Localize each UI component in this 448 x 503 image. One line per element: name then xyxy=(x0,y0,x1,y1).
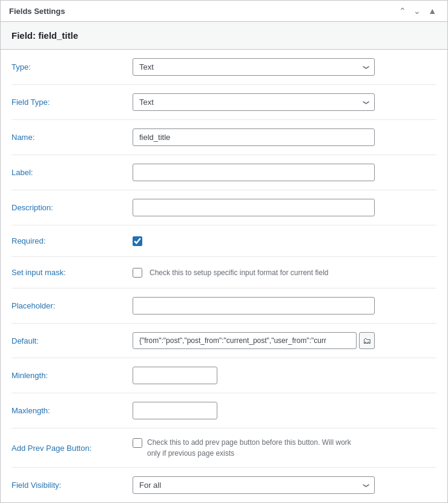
type-row: Type: Text Number Email ❯ xyxy=(12,50,436,85)
fields-settings-panel: Fields Settings ⌃ ⌄ ▲ Field: field_title… xyxy=(0,0,448,503)
form-body: Type: Text Number Email ❯ Field Type: T xyxy=(1,50,447,502)
required-control xyxy=(133,236,436,246)
field-visibility-label: Field Visibility: xyxy=(12,481,133,490)
set-input-mask-helper: Check this to setup specific input forma… xyxy=(150,268,328,277)
panel-header: Fields Settings ⌃ ⌄ ▲ xyxy=(1,1,447,22)
minlength-control xyxy=(133,367,436,384)
required-label: Required: xyxy=(12,236,133,245)
panel-title: Fields Settings xyxy=(9,7,65,16)
add-prev-checkbox-wrap: Check this to add prev page button befor… xyxy=(133,437,353,459)
add-prev-page-button-label: Add Prev Page Button: xyxy=(12,444,133,453)
set-input-mask-checkbox[interactable] xyxy=(133,268,142,278)
description-row: Description: xyxy=(12,190,436,225)
label-row: Label: xyxy=(12,155,436,190)
type-select-wrapper: Text Number Email ❯ xyxy=(133,58,375,76)
field-visibility-select[interactable]: For all Logged in only Not logged in onl… xyxy=(133,476,375,494)
field-title-bar: Field: field_title xyxy=(1,22,447,50)
collapse-down-button[interactable]: ⌄ xyxy=(411,5,423,16)
type-select[interactable]: Text Number Email xyxy=(133,58,375,76)
set-input-mask-control: Check this to setup specific input forma… xyxy=(133,268,436,278)
placeholder-row: Placeholder: xyxy=(12,288,436,324)
required-checkbox[interactable] xyxy=(133,236,142,246)
set-input-mask-label: Set input mask: xyxy=(12,268,133,277)
default-field-wrap: 🗂 xyxy=(133,332,375,349)
default-row: Default: 🗂 xyxy=(12,324,436,358)
field-visibility-select-wrapper: For all Logged in only Not logged in onl… xyxy=(133,476,375,494)
placeholder-input[interactable] xyxy=(133,297,375,315)
type-label: Type: xyxy=(12,62,133,72)
minlength-input[interactable] xyxy=(133,367,217,384)
field-type-select-wrapper: Text Number Email ❯ xyxy=(133,93,375,111)
maxlength-control xyxy=(133,402,436,419)
name-control xyxy=(133,128,436,146)
collapse-up-button[interactable]: ⌃ xyxy=(397,5,409,16)
description-label: Description: xyxy=(12,203,133,212)
add-prev-page-helper: Check this to add prev page button befor… xyxy=(147,437,353,459)
name-row: Name: xyxy=(12,120,436,155)
required-row: Required: xyxy=(12,225,436,257)
add-prev-page-checkbox[interactable] xyxy=(133,438,142,448)
placeholder-label: Placeholder: xyxy=(12,301,133,310)
maxlength-row: Maxlength: xyxy=(12,393,436,428)
field-type-row: Field Type: Text Number Email ❯ xyxy=(12,85,436,120)
add-prev-page-button-control: Check this to add prev page button befor… xyxy=(133,437,436,459)
field-visibility-control: For all Logged in only Not logged in onl… xyxy=(133,476,436,494)
default-input[interactable] xyxy=(133,332,357,349)
label-input[interactable] xyxy=(133,164,375,181)
default-control: 🗂 xyxy=(133,332,436,349)
default-db-icon-button[interactable]: 🗂 xyxy=(359,332,375,349)
field-type-control: Text Number Email ❯ xyxy=(133,93,436,111)
label-control xyxy=(133,164,436,181)
minlength-row: Minlength: xyxy=(12,358,436,393)
maxlength-input[interactable] xyxy=(133,402,217,419)
expand-button[interactable]: ▲ xyxy=(426,5,439,16)
label-label: Label: xyxy=(12,168,133,177)
name-label: Name: xyxy=(12,133,133,142)
add-prev-page-button-row: Add Prev Page Button: Check this to add … xyxy=(12,428,436,468)
description-control xyxy=(133,199,436,216)
set-input-mask-row: Set input mask: Check this to setup spec… xyxy=(12,257,436,288)
description-input[interactable] xyxy=(133,199,375,216)
placeholder-control xyxy=(133,297,436,315)
required-checkbox-wrap xyxy=(133,236,142,246)
name-input[interactable] xyxy=(133,128,375,146)
type-control: Text Number Email ❯ xyxy=(133,58,436,76)
header-controls: ⌃ ⌄ ▲ xyxy=(397,5,439,16)
default-label: Default: xyxy=(12,336,133,345)
input-mask-checkbox-wrap: Check this to setup specific input forma… xyxy=(133,268,328,278)
field-type-label: Field Type: xyxy=(12,98,133,107)
minlength-label: Minlength: xyxy=(12,371,133,380)
field-visibility-row: Field Visibility: For all Logged in only… xyxy=(12,468,436,502)
maxlength-label: Maxlength: xyxy=(12,406,133,415)
field-type-select[interactable]: Text Number Email xyxy=(133,93,375,111)
field-title: Field: field_title xyxy=(12,30,436,41)
